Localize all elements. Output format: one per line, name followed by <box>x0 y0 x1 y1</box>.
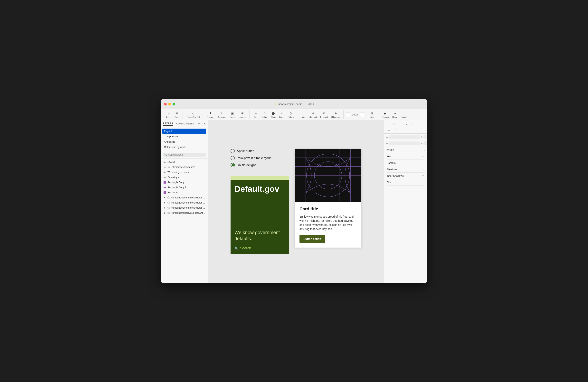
card-body-text: Smiley was monstrous proud of his frog, … <box>299 215 357 231</box>
data-icon: ⧉ <box>175 111 179 116</box>
mask-button[interactable]: ⬤ Mask <box>269 110 277 119</box>
layer-type-icon <box>167 206 170 210</box>
inner-shadows-label: Inner Shadows <box>387 174 404 177</box>
pages-list: Page 1 Components Artboards Colors and s… <box>161 127 208 151</box>
intersect-button[interactable]: ⊓ Intersect <box>319 110 329 119</box>
list-item[interactable]: Aa Search <box>161 159 208 165</box>
ungroup-button[interactable]: ⊞ Ungroup <box>237 110 248 119</box>
canvas-area[interactable]: Apple butter Paw-paw in simple syrup Rai… <box>208 120 384 283</box>
align-distribute-h-button[interactable]: ⋮ <box>404 122 409 126</box>
x-input[interactable] <box>389 135 420 139</box>
layer-type-icon <box>168 166 171 169</box>
minimize-button[interactable] <box>168 103 171 105</box>
intersect-icon: ⊓ <box>322 111 327 116</box>
page-item-artboards[interactable]: Artboards <box>161 139 208 144</box>
title-bar: ⚡ uswds-project--demo — Edited <box>161 99 427 109</box>
scale-button[interactable]: ⤡ Scale <box>277 110 286 119</box>
forward-button[interactable]: ⬆ Forward <box>205 110 216 119</box>
list-item[interactable]: ▶ elements/icons/search <box>161 165 208 170</box>
align-left-button[interactable]: ⊢ <box>387 122 391 126</box>
add-layer-button[interactable]: + <box>197 122 201 126</box>
close-button[interactable] <box>164 103 167 105</box>
y-input[interactable] <box>423 135 427 139</box>
card-component: Card title Smiley was monstrous proud of… <box>295 149 361 248</box>
radio-item[interactable]: Paw-paw in simple syrup <box>231 156 289 160</box>
search-layers-input[interactable] <box>168 153 204 156</box>
rotate-button[interactable]: ↻ Rotate <box>260 110 269 119</box>
tab-layers[interactable]: LAYERS <box>163 122 173 126</box>
list-item[interactable]: Aa Default.gov <box>161 175 208 180</box>
zoom-in-button[interactable]: + <box>360 113 364 117</box>
layer-type-icon <box>163 191 166 194</box>
layer-expand-arrow[interactable]: ▶ <box>164 212 166 214</box>
align-center-v-button[interactable]: ⟸ <box>416 122 420 126</box>
insert-button[interactable]: ＋ Insert <box>165 110 173 119</box>
maximize-button[interactable] <box>172 103 175 105</box>
add-fill-button[interactable]: + <box>421 154 425 158</box>
arrange-group: ⬆ Forward ⬇ Backward ▣ Group ⊞ Ungroup <box>204 110 250 119</box>
collapse-sidebar-button[interactable]: ∧ <box>203 122 207 126</box>
align-center-h-button[interactable]: ⟺ <box>393 122 397 126</box>
list-item[interactable]: ▶ components/card/usa-card.with-medi... <box>161 210 208 215</box>
h-label: H <box>421 142 423 145</box>
data-button[interactable]: ⧉ Data <box>173 110 181 119</box>
union-button[interactable]: ⊔ Union <box>299 110 308 119</box>
left-sidebar: LAYERS COMPONENTS + ∧ Page 1 Components … <box>161 120 208 283</box>
edit-button[interactable]: ✏ Edit <box>252 110 260 119</box>
card-action-button[interactable]: Button action <box>299 235 325 243</box>
radio-item[interactable]: Raisin delight <box>231 163 289 167</box>
export-button[interactable]: ↑ Export <box>399 110 408 119</box>
card-title: Card title <box>299 207 357 211</box>
layer-type-icon: Aa <box>163 171 166 174</box>
view-button[interactable]: ⊞ View <box>368 110 376 119</box>
add-shadow-button[interactable]: + <box>421 168 425 171</box>
title-icon: ⚡ <box>274 103 277 105</box>
w-input[interactable] <box>389 141 420 145</box>
list-item[interactable]: Rectangle Copy 2 <box>161 185 208 190</box>
list-item[interactable]: Rectangle <box>161 190 208 195</box>
h-input[interactable] <box>423 141 427 145</box>
layer-name: components/form controls/radio butto... <box>171 201 205 204</box>
list-item[interactable]: Aa We know government d <box>161 170 208 175</box>
add-blur-button[interactable]: + <box>421 180 425 184</box>
zoom-value: 100% <box>351 113 359 116</box>
create-symbol-button[interactable]: ◇ Create Symbol <box>185 110 201 119</box>
page-item-page1[interactable]: Page 1 <box>162 129 206 134</box>
edit-icon: ✏ <box>253 111 258 116</box>
group-button[interactable]: ▣ Group <box>228 110 237 119</box>
style-chevron-icon[interactable]: ∨ <box>423 149 425 151</box>
add-border-button[interactable]: + <box>421 161 425 165</box>
y-field: Y <box>421 135 427 139</box>
x-label: X <box>386 136 388 138</box>
subtract-button[interactable]: ⊖ Subtract <box>308 110 318 119</box>
add-inner-shadow-button[interactable]: + <box>421 174 425 177</box>
preview-button[interactable]: ▶ Preview <box>380 110 390 119</box>
page-item-components[interactable]: Components <box>161 134 208 139</box>
cloud-button[interactable]: ☁ Cloud <box>391 110 399 119</box>
gov-search-link[interactable]: 🔍 Search <box>234 246 285 250</box>
title-name: uswds-project--demo <box>278 103 302 105</box>
layer-expand-arrow[interactable]: ▶ <box>164 166 166 168</box>
align-distribute-v-button[interactable]: ⋯ <box>393 128 397 132</box>
layer-expand-arrow[interactable]: ▶ <box>164 202 166 204</box>
list-item[interactable]: ▶ components/form controls/radio butto..… <box>161 205 208 210</box>
list-item[interactable]: ▶ components/form controls/radio butto..… <box>161 200 208 205</box>
list-item[interactable]: ▶ components/form controls/radio butto..… <box>161 195 208 200</box>
align-right-button[interactable]: ⊣ <box>399 122 403 126</box>
align-top-button[interactable]: ⊤ <box>410 122 415 126</box>
radio-item[interactable]: Apple butter <box>231 149 289 153</box>
list-item[interactable]: Rectangle Copy <box>161 180 208 185</box>
align-bottom-button[interactable]: ⊥ <box>387 128 391 132</box>
gov-card-title: Default.gov <box>234 185 285 193</box>
zoom-out-button[interactable]: − <box>346 113 350 117</box>
union-icon: ⊔ <box>301 111 306 116</box>
flatten-button[interactable]: ⬡ Flatten <box>286 110 295 119</box>
tab-components[interactable]: COMPONENTS <box>176 122 194 125</box>
difference-button[interactable]: ⊕ Difference <box>330 110 342 119</box>
layer-expand-arrow[interactable]: ▶ <box>164 196 166 199</box>
layer-type-icon <box>163 181 166 184</box>
group-icon: ▣ <box>230 111 235 116</box>
backward-button[interactable]: ⬇ Backward <box>216 110 228 119</box>
page-item-colors-symbols[interactable]: Colors and symbols <box>161 144 208 150</box>
layer-expand-arrow[interactable]: ▶ <box>164 207 166 209</box>
